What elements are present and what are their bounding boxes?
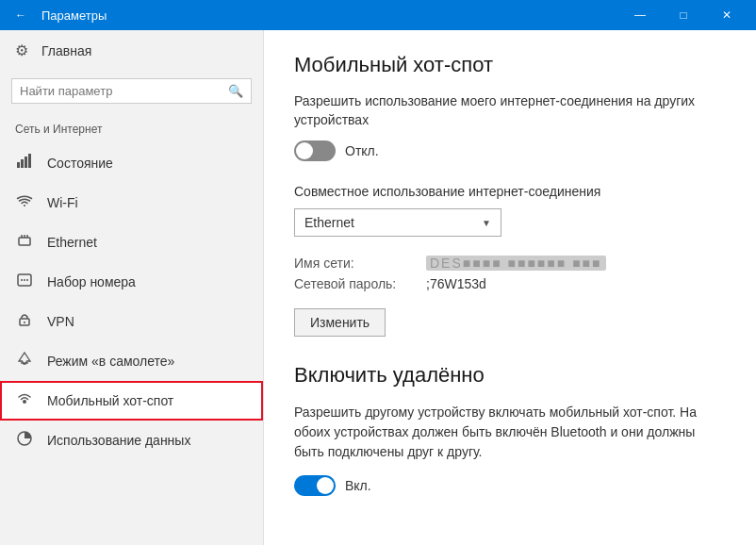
svg-point-11: [26, 279, 28, 281]
home-icon: ⚙: [15, 41, 28, 59]
sidebar-item-ethernet[interactable]: Ethernet: [0, 223, 263, 262]
svg-rect-0: [17, 162, 20, 168]
sidebar-item-dialup[interactable]: Набор номера: [0, 262, 263, 302]
dropdown-value: Ethernet: [304, 215, 354, 230]
sidebar-item-label-hotspot: Мобильный хот-спот: [47, 393, 173, 408]
window-title: Параметры: [34, 8, 618, 23]
vpn-icon: [15, 311, 34, 332]
window-controls: — □ ✕: [618, 0, 748, 30]
titlebar: ← Параметры — □ ✕: [0, 0, 756, 30]
sidebar-item-label-ethernet: Ethernet: [47, 235, 97, 250]
hotspot-toggle-knob: [296, 142, 313, 159]
back-button[interactable]: ←: [8, 2, 34, 28]
back-icon: ←: [15, 8, 26, 22]
datausage-icon: [15, 430, 34, 451]
sidebar-item-label-wifi: Wi-Fi: [47, 195, 78, 210]
maximize-button[interactable]: □: [662, 0, 705, 30]
ethernet-icon: [15, 232, 34, 253]
hotspot-toggle[interactable]: [294, 140, 336, 161]
close-button[interactable]: ✕: [705, 0, 748, 30]
content-area: Мобильный хот-спот Разрешить использован…: [264, 30, 756, 545]
minimize-button[interactable]: —: [618, 0, 662, 30]
svg-rect-2: [25, 157, 27, 168]
sidebar-item-label-status: Состояние: [47, 156, 113, 171]
remote-toggle-knob: [317, 477, 334, 494]
svg-point-13: [24, 322, 25, 323]
network-password-row: Сетевой пароль: ;76W153d: [294, 276, 726, 291]
hotspot-toggle-row: Откл.: [294, 140, 726, 161]
sidebar-item-wifi[interactable]: Wi-Fi: [0, 183, 263, 223]
main-layout: ⚙ Главная 🔍 Сеть и Интернет СостояниеWi-…: [0, 30, 756, 545]
search-input[interactable]: [20, 84, 228, 98]
search-icon: 🔍: [228, 84, 243, 98]
network-name-value: DES■■■■ ■■■■■■ ■■■: [426, 256, 606, 271]
status-icon: [15, 153, 34, 173]
svg-rect-1: [21, 159, 24, 168]
change-button[interactable]: Изменить: [294, 308, 386, 337]
sidebar-items-container: СостояниеWi-FiEthernetНабор номераVPNРеж…: [0, 143, 263, 460]
network-password-value: ;76W153d: [426, 276, 486, 291]
wifi-icon: [15, 192, 34, 213]
connection-dropdown[interactable]: Ethernet ▼: [294, 208, 501, 237]
remote-toggle-label: Вкл.: [345, 478, 371, 493]
remote-toggle-row: Вкл.: [294, 475, 726, 496]
airplane-icon: [15, 351, 34, 372]
sidebar-item-label-airplane: Режим «в самолете»: [47, 354, 174, 369]
remote-desc: Разрешить другому устройству включать мо…: [294, 403, 726, 462]
sidebar-home-label: Главная: [41, 43, 91, 58]
svg-rect-4: [19, 238, 30, 245]
hotspot-desc: Разрешить использование моего интернет-с…: [294, 92, 726, 129]
svg-point-9: [21, 279, 23, 281]
sidebar-item-vpn[interactable]: VPN: [0, 302, 263, 341]
svg-point-10: [24, 279, 25, 281]
network-password-label: Сетевой пароль:: [294, 276, 426, 291]
sidebar-item-home[interactable]: ⚙ Главная: [0, 30, 263, 71]
sidebar-item-airplane[interactable]: Режим «в самолете»: [0, 341, 263, 381]
sidebar-item-status[interactable]: Состояние: [0, 143, 263, 183]
hotspot-section-title: Мобильный хот-спот: [294, 53, 726, 77]
dialup-icon: [15, 272, 34, 292]
sidebar-item-label-vpn: VPN: [47, 314, 74, 329]
search-box[interactable]: 🔍: [11, 78, 252, 104]
chevron-down-icon: ▼: [482, 218, 491, 228]
sidebar-item-label-datausage: Использование данных: [47, 433, 190, 448]
remote-section-title: Включить удалённо: [294, 363, 726, 388]
svg-point-15: [23, 400, 26, 404]
sidebar-item-label-dialup: Набор номера: [47, 274, 136, 289]
shared-connection-label: Совместное использование интернет-соедин…: [294, 184, 726, 199]
sidebar-item-datausage[interactable]: Использование данных: [0, 421, 263, 460]
svg-rect-3: [28, 154, 31, 168]
hotspot-icon: [15, 390, 34, 411]
network-name-row: Имя сети: DES■■■■ ■■■■■■ ■■■: [294, 256, 726, 271]
sidebar: ⚙ Главная 🔍 Сеть и Интернет СостояниеWi-…: [0, 30, 264, 545]
network-name-label: Имя сети:: [294, 256, 426, 271]
sidebar-item-hotspot[interactable]: Мобильный хот-спот: [0, 381, 263, 421]
remote-toggle[interactable]: [294, 475, 336, 496]
sidebar-section-label: Сеть и Интернет: [0, 119, 263, 143]
hotspot-toggle-label: Откл.: [345, 143, 379, 158]
